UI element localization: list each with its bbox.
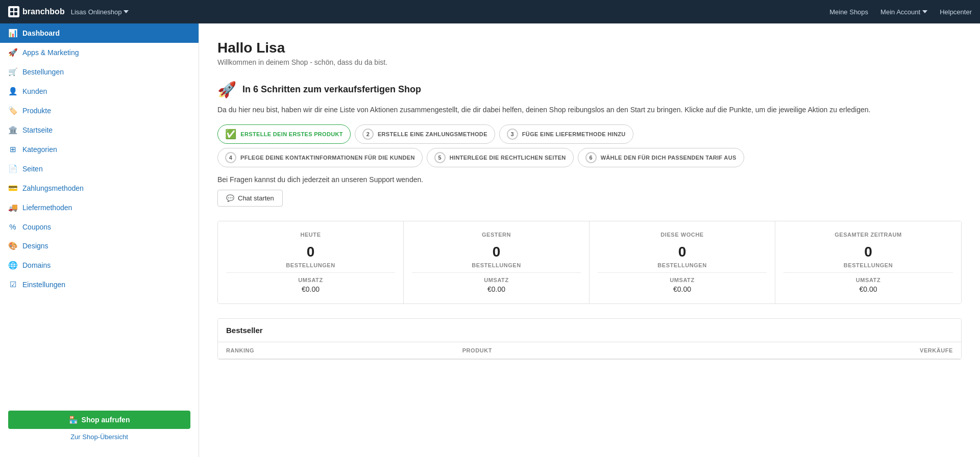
sidebar-item-bestellungen[interactable]: 🛒 Bestellungen (0, 62, 199, 82)
sidebar-item-liefermethoden[interactable]: 🚚 Liefermethoden (0, 198, 199, 217)
stat-period-woche: DIESE WOCHE (598, 232, 767, 238)
rocket-icon: 🚀 (217, 81, 236, 98)
liefermethoden-icon: 🚚 (8, 203, 17, 212)
bestellungen-icon: 🛒 (8, 67, 17, 77)
seiten-icon: 📄 (8, 164, 17, 173)
stat-umsatz-value-woche: €0.00 (598, 285, 767, 293)
stat-label-gestern: BESTELLUNGEN (412, 262, 581, 268)
sidebar-item-label: Seiten (22, 165, 43, 173)
step-6-number: 6 (585, 152, 597, 163)
logo-icon (8, 6, 19, 17)
designs-icon: 🎨 (8, 241, 17, 250)
stat-number-gesamt: 0 (783, 244, 953, 260)
einstellungen-icon: ☑ (8, 280, 17, 289)
step-6-label: WÄHLE DEN FÜR DICH PASSENDEN TARIF AUS (601, 155, 737, 161)
sidebar-item-produkte[interactable]: 🏷️ Produkte (0, 101, 199, 120)
steps-section: 🚀 In 6 Schritten zum verkaufsfertigen Sh… (217, 81, 962, 207)
shop-icon: 🏪 (69, 416, 78, 424)
zur-shop-ubersicht-link[interactable]: Zur Shop-Übersicht (8, 433, 190, 441)
stat-period-gesamt: GESAMTER ZEITRAUM (783, 232, 953, 238)
stat-divider-gestern (412, 272, 581, 273)
stat-divider-heute (226, 272, 395, 273)
sidebar-item-label: Designs (22, 242, 48, 250)
stat-umsatz-value-gesamt: €0.00 (783, 285, 953, 293)
sidebar-item-label: Coupons (22, 223, 51, 231)
startseite-icon: 🏛️ (8, 125, 17, 135)
stat-card-woche: DIESE WOCHE 0 BESTELLUNGEN UMSATZ €0.00 (590, 221, 775, 303)
sidebar-item-seiten[interactable]: 📄 Seiten (0, 159, 199, 179)
sidebar-item-apps-marketing[interactable]: 🚀 Apps & Marketing (0, 43, 199, 62)
steps-header: 🚀 In 6 Schritten zum verkaufsfertigen Sh… (217, 81, 962, 98)
step-3-label: FÜGE EINE LIEFERMETHODE HINZU (522, 131, 626, 137)
brand-logo: branchbob (8, 6, 65, 17)
dashboard-icon: 📊 (8, 29, 17, 38)
helpcenter-link[interactable]: Helpcenter (940, 8, 972, 16)
zahlungsmethoden-icon: 💳 (8, 184, 17, 193)
steps-description: Da du hier neu bist, haben wir dir eine … (217, 105, 962, 115)
step-2-number: 2 (362, 129, 374, 140)
mein-account-dropdown[interactable]: Mein Account (880, 8, 927, 16)
stat-period-gestern: GESTERN (412, 232, 581, 238)
stat-umsatz-label-gestern: UMSATZ (412, 277, 581, 283)
sidebar-item-domains[interactable]: 🌐 Domains (0, 256, 199, 275)
shop-aufrufen-label: Shop aufrufen (82, 416, 130, 424)
stat-card-heute: HEUTE 0 BESTELLUNGEN UMSATZ €0.00 (218, 221, 404, 303)
shop-aufrufen-button[interactable]: 🏪 Shop aufrufen (8, 411, 190, 429)
bestseller-section: Bestseller RANKING PRODUKT VERKÄUFE (217, 318, 962, 360)
sidebar-footer: 🏪 Shop aufrufen Zur Shop-Übersicht (0, 402, 199, 449)
step-4-button[interactable]: 4 PFLEGE DEINE KONTAKTINFORMATIONEN FÜR … (217, 148, 423, 167)
sidebar-item-zahlungsmethoden[interactable]: 💳 Zahlungsmethoden (0, 179, 199, 198)
app-layout: 📊 Dashboard 🚀 Apps & Marketing 🛒 Bestell… (0, 23, 980, 457)
step-1-button[interactable]: ✅ ERSTELLE DEIN ERSTES PRODUKT (217, 124, 351, 144)
step-2-button[interactable]: 2 ERSTELLE EINE ZAHLUNGSMETHODE (355, 124, 495, 144)
step-3-button[interactable]: 3 FÜGE EINE LIEFERMETHODE HINZU (499, 124, 633, 144)
sidebar-item-label: Produkte (22, 107, 51, 115)
kategorien-icon: ⊞ (8, 145, 17, 154)
stat-number-gestern: 0 (412, 244, 581, 260)
step-5-label: HINTERLEGE DIE RECHTLICHEN SEITEN (450, 155, 566, 161)
step-4-label: PFLEGE DEINE KONTAKTINFORMATIONEN FÜR DI… (240, 155, 415, 161)
sidebar-item-label: Zahlungsmethoden (22, 184, 84, 192)
stats-grid: HEUTE 0 BESTELLUNGEN UMSATZ €0.00 GESTER… (217, 221, 962, 304)
chat-starten-button[interactable]: 💬 Chat starten (217, 190, 283, 207)
sidebar-item-einstellungen[interactable]: ☑ Einstellungen (0, 275, 199, 294)
sidebar-item-dashboard[interactable]: 📊 Dashboard (0, 23, 199, 43)
step-3-number: 3 (507, 129, 518, 140)
steps-row-2: 4 PFLEGE DEINE KONTAKTINFORMATIONEN FÜR … (217, 148, 962, 167)
stat-number-woche: 0 (598, 244, 767, 260)
sidebar-item-kategorien[interactable]: ⊞ Kategorien (0, 140, 199, 159)
topnav-left: branchbob Lisas Onlineshop (8, 6, 129, 17)
page-title: Hallo Lisa (217, 40, 962, 56)
step-1-label: ERSTELLE DEIN ERSTES PRODUKT (240, 131, 343, 137)
svg-rect-0 (10, 8, 13, 11)
steps-row-1: ✅ ERSTELLE DEIN ERSTES PRODUKT 2 ERSTELL… (217, 124, 962, 144)
stat-number-heute: 0 (226, 244, 395, 260)
col-produkt: PRODUKT (454, 342, 699, 359)
sidebar-item-label: Dashboard (22, 29, 60, 37)
stat-divider-gesamt (783, 272, 953, 273)
shop-name: Lisas Onlineshop (71, 8, 122, 16)
top-navigation: branchbob Lisas Onlineshop Meine Shops M… (0, 0, 980, 23)
step-5-button[interactable]: 5 HINTERLEGE DIE RECHTLICHEN SEITEN (427, 148, 574, 167)
col-verkaufe: VERKÄUFE (699, 342, 961, 359)
chat-button-label: Chat starten (238, 194, 274, 202)
stat-period-heute: HEUTE (226, 232, 395, 238)
svg-rect-3 (14, 12, 17, 15)
sidebar-item-label: Startseite (22, 126, 53, 134)
svg-rect-2 (10, 12, 13, 15)
sidebar-item-startseite[interactable]: 🏛️ Startseite (0, 120, 199, 140)
sidebar-item-kunden[interactable]: 👤 Kunden (0, 82, 199, 101)
sidebar-item-designs[interactable]: 🎨 Designs (0, 236, 199, 256)
sidebar-item-coupons[interactable]: % Coupons (0, 217, 199, 236)
apps-marketing-icon: 🚀 (8, 48, 17, 57)
bestseller-header: Bestseller (218, 319, 961, 342)
kunden-icon: 👤 (8, 87, 17, 96)
shop-selector[interactable]: Lisas Onlineshop (71, 8, 129, 16)
meine-shops-link[interactable]: Meine Shops (829, 8, 868, 16)
bestseller-table: RANKING PRODUKT VERKÄUFE (218, 342, 961, 359)
sidebar-item-label: Kategorien (22, 145, 57, 154)
step-6-button[interactable]: 6 WÄHLE DEN FÜR DICH PASSENDEN TARIF AUS (578, 148, 744, 167)
sidebar-item-label: Apps & Marketing (22, 48, 79, 57)
produkte-icon: 🏷️ (8, 106, 17, 115)
sidebar: 📊 Dashboard 🚀 Apps & Marketing 🛒 Bestell… (0, 23, 199, 457)
